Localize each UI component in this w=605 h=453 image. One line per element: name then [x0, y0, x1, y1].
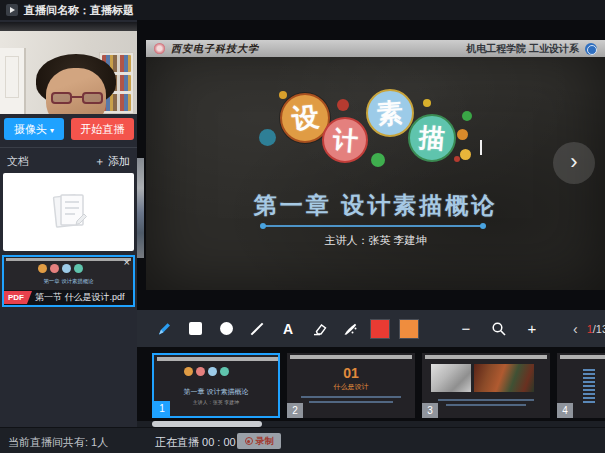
status-bar: 当前直播间共有: 1人 正在直播 00 : 00 : 00 录制	[0, 427, 605, 453]
decor-dot	[279, 91, 287, 99]
live-stream-app: 直播间名称：直播标题 摄像头 ▾ 开	[0, 0, 605, 453]
camera-button-label: 摄像头	[14, 123, 47, 135]
chevron-down-icon: ▾	[50, 126, 54, 135]
highlighter-tool-icon[interactable]	[339, 318, 361, 340]
pdf-label-bar: PDF 第一节 什么是设计.pdf	[4, 290, 133, 305]
title-char: 设	[290, 99, 321, 138]
pdf-slide-preview: 第一章 设计素描概论 ×	[4, 257, 133, 290]
close-icon[interactable]: ×	[124, 257, 130, 268]
viewer-count: 当前直播间共有: 1人	[8, 435, 108, 450]
thumb-number-badge: 4	[557, 403, 573, 418]
webcam-preview	[0, 22, 137, 114]
circle-blue	[62, 264, 71, 273]
next-slide-arrow[interactable]: ›	[553, 142, 595, 184]
title-char: 计	[331, 123, 358, 158]
ellipse-tool-icon[interactable]	[215, 318, 237, 340]
webcam-background-door	[0, 48, 26, 114]
zoom-in-button[interactable]: +	[521, 318, 543, 340]
thumb-number-badge: 3	[422, 403, 438, 418]
record-button[interactable]: 录制	[237, 433, 281, 449]
decor-dot	[454, 156, 460, 162]
magnifier-icon[interactable]	[488, 318, 510, 340]
sidebar-divider	[0, 147, 137, 148]
rectangle-tool-icon[interactable]	[184, 318, 206, 340]
text-tool-icon[interactable]: A	[277, 318, 299, 340]
university-name: 西安电子科技大学	[171, 42, 259, 56]
thumbnail-slide-4[interactable]: 4	[557, 353, 605, 418]
annotation-toolbar: A − + ‹ 1/13 ›	[137, 310, 605, 347]
thumb-header-bar	[157, 357, 279, 361]
chapter-title: 第一章 设计素描概论	[146, 190, 605, 221]
thumb-sketch-image	[431, 364, 471, 392]
start-button-label: 开始直播	[81, 123, 125, 135]
thumb-header-bar	[290, 355, 412, 359]
stream-controls: 摄像头 ▾ 开始直播	[0, 118, 137, 140]
speaker-line: 主讲人：张英 李建坤	[146, 233, 605, 248]
color-swatch-orange[interactable]	[399, 319, 419, 339]
decor-dot	[460, 149, 471, 160]
circle-red	[50, 264, 59, 273]
page-navigation: ‹ 1/13 ›	[573, 321, 605, 337]
window-titlebar: 直播间名称：直播标题	[0, 0, 605, 20]
pdf-filename: 第一节 什么是设计.pdf	[35, 291, 125, 304]
zoom-controls: − +	[455, 318, 543, 340]
decor-dot	[462, 111, 472, 121]
pdf-badge: PDF	[4, 291, 32, 304]
add-document-button[interactable]: ＋ 添加	[94, 154, 130, 169]
thumb-caption: 什么是设计	[287, 382, 415, 392]
thumb-text-line	[438, 399, 534, 401]
glasses-lens	[51, 92, 72, 104]
presenter-glasses	[51, 92, 103, 105]
thumb-number-badge: 2	[287, 403, 303, 418]
thumb-caption: 第一章 设计素描概论	[154, 387, 278, 397]
thumbnail-slide-3[interactable]: 3	[422, 353, 550, 418]
document-drop-panel[interactable]	[3, 173, 134, 251]
previous-page-button[interactable]: ‹	[573, 321, 578, 337]
thumb-header-bar	[425, 355, 547, 359]
thumb-text-line	[446, 404, 526, 406]
title-char: 描	[418, 119, 447, 156]
decor-dot	[423, 99, 431, 107]
title-char: 素	[376, 95, 404, 132]
thumb-text-line	[309, 401, 393, 403]
circle-teal	[74, 264, 83, 273]
preview-caption: 第一章 设计素描概论	[10, 277, 126, 285]
title-circle-2: 计	[322, 117, 368, 163]
department-name: 机电工程学院 工业设计系	[466, 42, 579, 56]
thumb-header-bar	[560, 355, 605, 359]
thumb-painting-image	[474, 364, 534, 392]
eraser-tool-icon[interactable]	[308, 318, 330, 340]
start-live-button[interactable]: 开始直播	[71, 118, 134, 140]
thumbnail-slide-2[interactable]: 01 什么是设计 2	[287, 353, 415, 418]
circle-orange	[38, 264, 47, 273]
thumb-subcaption: 主讲人：张英 李建坤	[154, 399, 278, 405]
page-indicator: 1/13	[587, 323, 605, 335]
line-tool-icon[interactable]	[246, 318, 268, 340]
decor-dot	[457, 129, 468, 140]
record-icon	[245, 437, 253, 445]
thumb-title-circles	[184, 367, 229, 376]
department-logo-icon	[585, 43, 597, 55]
total-pages: /13	[593, 323, 605, 335]
thumbnail-slide-1[interactable]: 第一章 设计素描概论 主讲人：张英 李建坤 1	[152, 353, 280, 418]
record-label: 录制	[256, 435, 274, 448]
chapter-underline	[263, 225, 483, 227]
documents-label: 文档	[7, 154, 29, 169]
webcam-ceiling-shadow	[0, 22, 137, 31]
pen-tool-icon[interactable]	[153, 318, 175, 340]
university-seal-icon	[154, 43, 165, 54]
previous-slide-edge	[137, 158, 144, 258]
pdf-document-item[interactable]: 第一章 设计素描概论 × PDF 第一节 什么是设计.pdf	[2, 255, 135, 307]
preview-title-circles	[38, 264, 83, 273]
glasses-bridge	[72, 96, 82, 98]
glasses-lens	[82, 92, 103, 104]
zoom-out-button[interactable]: −	[455, 318, 477, 340]
camera-dropdown-button[interactable]: 摄像头 ▾	[4, 118, 64, 140]
window-title: 直播间名称：直播标题	[24, 3, 134, 18]
thumb-big-number: 01	[287, 365, 415, 381]
presenter-face	[46, 68, 106, 114]
title-circle-3: 素	[366, 89, 414, 137]
live-room-icon	[6, 4, 18, 16]
title-circle-4: 描	[408, 114, 456, 162]
color-swatch-red[interactable]	[370, 319, 390, 339]
